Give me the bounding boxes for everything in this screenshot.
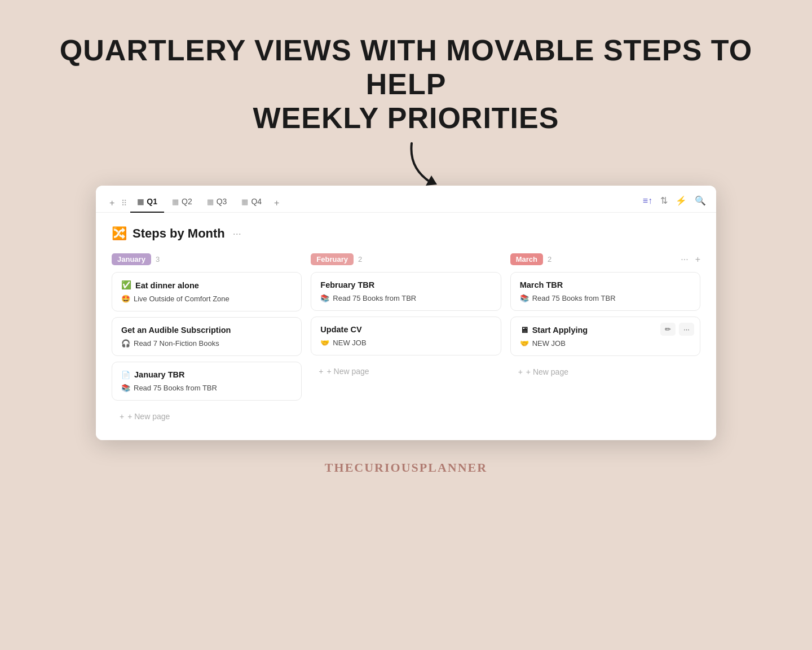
lightning-icon[interactable]: ⚡ [676, 195, 687, 206]
column-february: February 2 February TBR 📚 Read 75 Books … [311, 253, 501, 381]
arrow-icon [400, 140, 457, 191]
checkmark-icon: ✅ [121, 280, 131, 290]
card-update-cv-subtitle-text: NEW JOB [333, 339, 366, 347]
card-update-cv-subtitle: 🤝 NEW JOB [320, 339, 491, 347]
search-icon[interactable]: 🔍 [695, 195, 706, 206]
tab-q2-label: Q2 [182, 197, 192, 206]
view-options-button[interactable]: ··· [233, 228, 241, 240]
february-new-page-button[interactable]: + + New page [311, 361, 501, 381]
card-february-tbr-title: February TBR [320, 280, 491, 289]
doc-icon: 📄 [121, 371, 130, 379]
card-february-tbr[interactable]: February TBR 📚 Read 75 Books from TBR [311, 272, 501, 311]
card-january-tbr-subtitle-text: Read 75 Books from TBR [134, 384, 217, 392]
columns-row: January 3 ✅ Eat dinner alone 🤩 Live Outs… [112, 253, 700, 427]
card-start-applying-subtitle-text: NEW JOB [532, 339, 566, 348]
column-march: March 2 ··· + March TBR 📚 Read 75 Books … [510, 253, 700, 382]
card-audible-subtitle-text: Read 7 Non-Fiction Books [134, 339, 219, 348]
table-icon-q1: ▦ [137, 197, 144, 206]
card-march-tbr-title: March TBR [520, 280, 691, 289]
february-new-page-plus-icon: + [319, 367, 323, 376]
handshake-icon-march: 🤝 [520, 339, 529, 348]
view-title-text: Steps by Month [133, 226, 225, 241]
tab-q1-label: Q1 [147, 197, 157, 206]
card-march-tbr[interactable]: March TBR 📚 Read 75 Books from TBR [510, 272, 700, 311]
card-march-tbr-subtitle: 📚 Read 75 Books from TBR [520, 294, 691, 302]
card-eat-dinner-title: ✅ Eat dinner alone [121, 280, 292, 290]
card-update-cv[interactable]: Update CV 🤝 NEW JOB [311, 317, 501, 355]
card-february-tbr-subtitle: 📚 Read 75 Books from TBR [320, 294, 491, 302]
column-january-header: January 3 [112, 253, 302, 265]
card-february-tbr-subtitle-text: Read 75 Books from TBR [333, 294, 416, 302]
arrow-decoration [400, 140, 457, 191]
tab-q2[interactable]: ▦ Q2 [165, 194, 199, 213]
card-eat-dinner-title-text: Eat dinner alone [135, 281, 199, 290]
headline-line1: QUARTLERY VIEWS WITH MOVABLE STEPS TO HE… [23, 34, 789, 102]
march-column-plus[interactable]: + [695, 254, 700, 265]
tab-bar-left: + ⠿ ▦ Q1 ▦ Q2 ▦ Q3 ▦ Q4 + [106, 194, 641, 212]
card-march-tbr-subtitle-text: Read 75 Books from TBR [532, 294, 616, 302]
card-start-applying-title-text: Start Applying [532, 326, 588, 335]
march-count: 2 [548, 255, 551, 263]
card-march-tbr-title-text: March TBR [520, 280, 563, 289]
tab-q3-label: Q3 [217, 197, 227, 206]
tab-q4-label: Q4 [251, 197, 262, 206]
card-eat-dinner-subtitle: 🤩 Live Outside of Comfort Zone [121, 295, 292, 303]
tab-add-button[interactable]: + [270, 196, 284, 210]
headline-line2: WEEKLY PRIORITIES [23, 102, 789, 135]
books-icon-jan: 📚 [121, 384, 130, 392]
star-eyes-icon: 🤩 [121, 295, 130, 303]
books-icon-feb: 📚 [320, 294, 329, 302]
view-title-icon: 🔀 [112, 226, 127, 241]
card-audible-title-text: Get an Audible Subscription [121, 326, 231, 335]
card-audible[interactable]: Get an Audible Subscription 🎧 Read 7 Non… [112, 317, 302, 356]
handshake-icon-feb: 🤝 [320, 339, 329, 347]
card-start-applying-edit-button[interactable]: ✏ [660, 323, 676, 336]
card-start-applying-subtitle: 🤝 NEW JOB [520, 339, 691, 348]
january-count: 3 [156, 255, 160, 263]
card-start-applying-dots-button[interactable]: ··· [679, 323, 694, 336]
content-area: 🔀 Steps by Month ··· January 3 ✅ Eat din… [96, 213, 716, 440]
headphone-icon: 🎧 [121, 339, 130, 348]
headline: QUARTLERY VIEWS WITH MOVABLE STEPS TO HE… [23, 34, 789, 135]
march-new-page-button[interactable]: + + New page [510, 362, 700, 382]
card-audible-subtitle: 🎧 Read 7 Non-Fiction Books [121, 339, 292, 348]
tab-q4[interactable]: ▦ Q4 [235, 194, 268, 213]
tab-bar-right: ≡↑ ⇅ ⚡ 🔍 [643, 195, 706, 210]
january-label: January [112, 253, 151, 265]
books-icon-march: 📚 [520, 294, 529, 302]
february-count: 2 [358, 255, 362, 263]
february-label: February [311, 253, 354, 265]
february-new-page-label: + New page [327, 367, 369, 376]
card-start-applying[interactable]: ✏ ··· 🖥 Start Applying 🤝 NEW JOB [510, 317, 700, 356]
card-january-tbr-title: 📄 January TBR [121, 370, 292, 379]
card-january-tbr-subtitle: 📚 Read 75 Books from TBR [121, 384, 292, 392]
brand-footer: THECURIOUSPLANNER [325, 460, 487, 475]
table-icon-q4: ▦ [241, 197, 248, 206]
january-new-page-plus-icon: + [120, 412, 124, 421]
column-january: January 3 ✅ Eat dinner alone 🤩 Live Outs… [112, 253, 302, 427]
card-update-cv-title: Update CV [320, 325, 491, 334]
tab-q1[interactable]: ▦ Q1 [130, 194, 164, 213]
notion-window: + ⠿ ▦ Q1 ▦ Q2 ▦ Q3 ▦ Q4 + [96, 186, 716, 440]
card-january-tbr-title-text: January TBR [134, 370, 184, 379]
card-start-applying-actions: ✏ ··· [660, 323, 694, 336]
sort-icon[interactable]: ⇅ [660, 195, 668, 206]
view-title-row: 🔀 Steps by Month ··· [112, 226, 700, 241]
march-column-dots[interactable]: ··· [681, 254, 688, 265]
table-icon-q2: ▦ [172, 197, 179, 206]
card-january-tbr[interactable]: 📄 January TBR 📚 Read 75 Books from TBR [112, 362, 302, 401]
filter-icon[interactable]: ≡↑ [643, 196, 652, 206]
add-view-button[interactable]: + [106, 196, 118, 210]
march-label: March [510, 253, 543, 265]
march-new-page-plus-icon: + [518, 367, 523, 376]
tab-bar: + ⠿ ▦ Q1 ▦ Q2 ▦ Q3 ▦ Q4 + [96, 186, 716, 213]
january-new-page-button[interactable]: + + New page [112, 406, 302, 427]
card-eat-dinner[interactable]: ✅ Eat dinner alone 🤩 Live Outside of Com… [112, 272, 302, 311]
card-eat-dinner-subtitle-text: Live Outside of Comfort Zone [134, 295, 230, 303]
column-february-header: February 2 [311, 253, 501, 265]
monitor-icon: 🖥 [520, 325, 528, 335]
tab-q3[interactable]: ▦ Q3 [200, 194, 234, 213]
column-march-header: March 2 ··· + [510, 253, 700, 265]
march-new-page-label: + New page [526, 367, 568, 376]
drag-icon: ⠿ [119, 196, 129, 210]
